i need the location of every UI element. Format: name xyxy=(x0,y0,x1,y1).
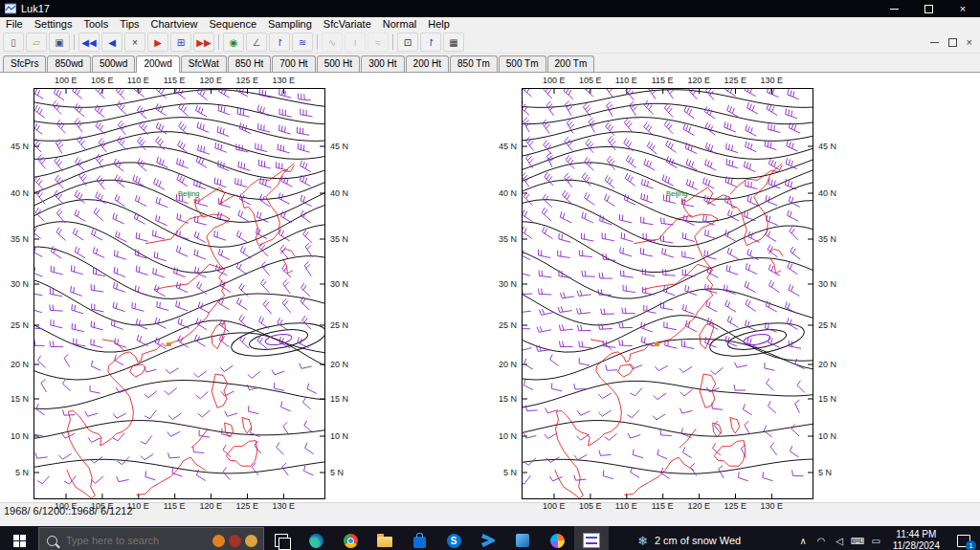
taskbar-chrome-icon[interactable] xyxy=(333,526,368,550)
lat-tick-label: 40 N xyxy=(818,188,836,198)
mdi-close-button[interactable]: × xyxy=(967,36,972,48)
menu-item-chartview[interactable]: Chartview xyxy=(145,17,204,32)
menu-item-sequence[interactable]: Sequence xyxy=(203,17,262,32)
taskbar-apps: S xyxy=(299,526,609,550)
hidden-icons-chevron[interactable]: ∧ xyxy=(794,526,813,550)
lat-tick-label: 15 N xyxy=(818,394,836,404)
toolbar-separator xyxy=(74,34,75,50)
menu-item-tools[interactable]: Tools xyxy=(78,17,114,32)
search-input[interactable] xyxy=(64,534,207,547)
open-file-button[interactable]: ▱ xyxy=(26,33,47,52)
tile-windows-button[interactable]: ⊡ xyxy=(397,33,418,52)
task-view-button[interactable] xyxy=(264,526,299,550)
seasonal-highlight-icon-2[interactable] xyxy=(229,535,241,547)
mdi-restore-button[interactable] xyxy=(948,38,957,47)
lat-tick-label: 20 N xyxy=(499,360,517,369)
mdi-window-controls: × xyxy=(930,36,972,48)
save-button[interactable]: ▣ xyxy=(49,33,70,52)
taskbar-file-explorer-icon[interactable] xyxy=(368,526,402,550)
taskbar-search[interactable] xyxy=(38,527,264,550)
lat-tick-label: 35 N xyxy=(11,234,29,244)
menu-item-help[interactable]: Help xyxy=(422,17,456,32)
keyboard-icon[interactable]: ⌨ xyxy=(849,526,867,550)
next-chart-button[interactable]: ▶ xyxy=(147,33,168,52)
menu-item-sfcvariate[interactable]: SfcVariate xyxy=(318,17,377,32)
lon-tick-label: 100 E xyxy=(543,76,566,85)
lat-tick-label: 25 N xyxy=(330,320,348,330)
taskbar-luk17-icon[interactable] xyxy=(574,526,609,550)
lat-tick-label: 10 N xyxy=(11,431,29,441)
network-icon[interactable]: ◠ xyxy=(813,526,831,550)
weather-widget[interactable]: ❄ 2 cm of snow Wed xyxy=(626,526,752,550)
station-marker xyxy=(655,342,659,346)
chart-panel-left[interactable]: 100 E100 E105 E105 E110 E110 E115 E115 E… xyxy=(33,88,325,499)
lon-tick-label: 125 E xyxy=(724,76,747,85)
battery-icon[interactable]: ▭ xyxy=(867,526,885,550)
restore-button[interactable] xyxy=(911,0,946,17)
zoom-select-button[interactable]: ⊞ xyxy=(170,33,191,52)
tab-200ht[interactable]: 200 Ht xyxy=(406,55,449,72)
lat-tick-label: 45 N xyxy=(11,142,29,151)
last-chart-button[interactable]: ▶▶ xyxy=(193,33,214,52)
grid-button[interactable]: ▦ xyxy=(443,33,464,52)
tab-200tm[interactable]: 200 Tm xyxy=(547,55,595,72)
search-highlights xyxy=(212,535,257,547)
seasonal-highlight-icon-3[interactable] xyxy=(245,535,257,547)
taskbar-edge-icon[interactable] xyxy=(299,526,333,550)
taskbar-file-explorer-icon-glyph xyxy=(377,537,392,547)
weather-chart: Beijing xyxy=(34,89,324,498)
menu-item-sampling[interactable]: Sampling xyxy=(262,17,318,32)
barb-overlay-button[interactable]: ↾ xyxy=(420,33,441,52)
taskbar-media-app-icon[interactable] xyxy=(505,526,540,550)
taskbar-browser-icon[interactable] xyxy=(540,526,574,550)
tab-500wd[interactable]: 500wd xyxy=(92,55,135,72)
tab-850tm[interactable]: 850 Tm xyxy=(450,55,498,72)
lat-tick-label: 20 N xyxy=(818,360,836,369)
tab-500tm[interactable]: 500 Tm xyxy=(499,55,546,72)
chart-panel-right[interactable]: 100 E100 E105 E105 E110 E110 E115 E115 E… xyxy=(522,88,813,499)
stop-button[interactable]: × xyxy=(124,33,145,52)
first-chart-button[interactable]: ◀◀ xyxy=(78,33,100,52)
tab-850wd[interactable]: 850wd xyxy=(47,55,90,72)
cross-section-button[interactable]: ∠ xyxy=(246,33,267,52)
minimize-button[interactable] xyxy=(877,0,911,17)
taskbar-store-icon[interactable] xyxy=(402,526,436,550)
volume-icon[interactable]: ◁ xyxy=(831,526,849,550)
menu-item-tips[interactable]: Tips xyxy=(114,17,145,32)
lat-tick-label: 35 N xyxy=(499,234,517,244)
tab-sfcwat[interactable]: SfcWat xyxy=(181,55,227,72)
lat-tick-label: 40 N xyxy=(330,188,348,198)
lon-tick-label: 105 E xyxy=(579,76,602,85)
toolbar-separator xyxy=(317,34,318,50)
tab-850ht[interactable]: 850 Ht xyxy=(228,55,271,72)
mdi-minimize-button[interactable] xyxy=(930,42,939,43)
tab-500ht[interactable]: 500 Ht xyxy=(317,55,360,72)
globe-button[interactable]: ◉ xyxy=(223,33,244,52)
wind-barb-button[interactable]: ↾ xyxy=(269,33,290,52)
tab-200wd[interactable]: 200wd xyxy=(136,55,179,73)
lat-tick-label: 15 N xyxy=(330,394,348,404)
lat-tick-label: 30 N xyxy=(11,279,29,289)
taskbar-clock[interactable]: 11:44 PM 11/28/2024 xyxy=(885,529,947,550)
lat-tick-label: 10 N xyxy=(818,431,836,441)
menu-item-settings[interactable]: Settings xyxy=(29,17,78,32)
notification-badge: 1 xyxy=(966,540,976,550)
notification-center-button[interactable]: 1 xyxy=(947,526,980,550)
lon-tick-label: 130 E xyxy=(272,76,295,85)
lon-tick-label: 110 E xyxy=(615,501,637,511)
seasonal-highlight-icon-1[interactable] xyxy=(212,535,225,547)
weather-text: 2 cm of snow Wed xyxy=(655,535,741,546)
menu-item-normal[interactable]: Normal xyxy=(377,17,422,32)
tab-700ht[interactable]: 700 Ht xyxy=(272,55,315,72)
tab-300ht[interactable]: 300 Ht xyxy=(361,55,404,72)
taskbar-skype-icon[interactable]: S xyxy=(436,526,471,550)
close-button[interactable]: × xyxy=(946,0,980,17)
contour-button[interactable]: ≋ xyxy=(292,33,313,52)
new-file-button[interactable]: ▯ xyxy=(3,33,24,52)
menu-item-file[interactable]: File xyxy=(0,17,29,32)
taskbar-vscode-icon[interactable] xyxy=(471,526,505,550)
tab-sfcprs[interactable]: SfcPrs xyxy=(3,55,46,72)
prev-chart-button[interactable]: ◀ xyxy=(101,33,122,52)
snowflake-icon: ❄ xyxy=(637,534,648,548)
start-button[interactable] xyxy=(0,526,38,550)
